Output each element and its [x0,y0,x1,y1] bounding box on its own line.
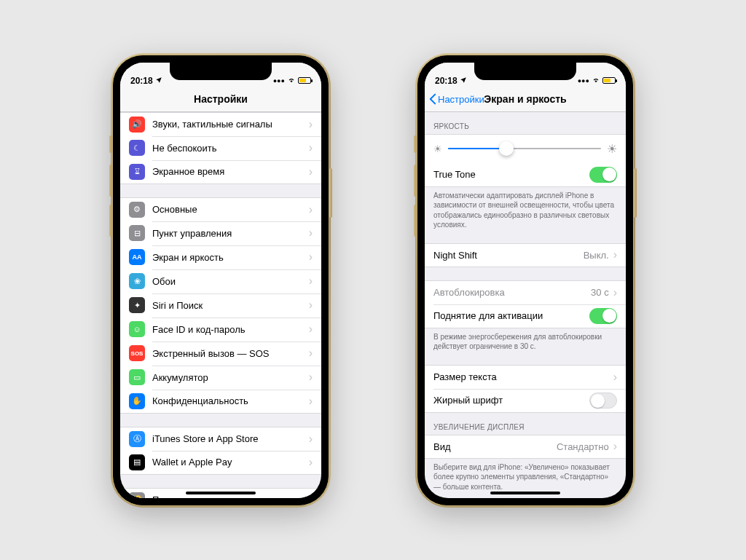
section-header-zoom: УВЕЛИЧЕНИЕ ДИСПЛЕЯ [425,413,626,435]
zoom-footer: Выберите вид для iPhone: «Увеличено» пок… [425,459,626,492]
battery-icon [298,77,311,84]
wallet-icon: ▤ [129,454,145,470]
chevron-right-icon: › [309,395,313,408]
settings-row-display[interactable]: AAЭкран и яркость› [120,245,321,269]
nightshift-value: Выкл. [584,250,609,261]
view-label: Вид [433,441,557,452]
wallpaper-icon: ❀ [129,273,145,289]
brightness-slider-row: ☀︎ ☀︎ [425,134,626,163]
row-label: Экстренный вызов — SOS [152,348,309,359]
chevron-right-icon: › [309,141,313,154]
raise-toggle[interactable] [589,308,617,324]
view-value: Стандартно [557,441,609,452]
section-header-brightness: ЯРКОСТЬ [425,112,626,134]
location-icon [460,76,467,86]
row-raise-to-wake[interactable]: Поднятие для активации [425,304,626,328]
row-label: Конфиденциальность [152,395,309,406]
chevron-right-icon: › [613,371,617,384]
nav-bar: Настройки Экран и яркость [425,87,626,112]
appstore-icon: Ⓐ [129,431,145,447]
settings-row-sounds[interactable]: 🔊Звуки, тактильные сигналы› [120,112,321,136]
truetone-footer: Автоматически адаптировать дисплей iPhon… [425,187,626,230]
privacy-icon: ✋ [129,393,145,409]
bold-toggle[interactable] [589,393,617,409]
autolock-footer: В режиме энергосбережения для автоблокир… [425,328,626,352]
sos-icon: SOS [129,345,145,361]
chevron-right-icon: › [309,165,313,178]
chevron-right-icon: › [309,251,313,264]
row-label: iTunes Store и App Store [152,433,309,444]
settings-row-appstore[interactable]: ⒶiTunes Store и App Store› [120,427,321,451]
chevron-right-icon: › [309,226,313,240]
brightness-slider[interactable] [448,148,601,149]
chevron-right-icon: › [309,275,313,288]
sounds-icon: 🔊 [129,117,145,133]
row-nightshift[interactable]: Night Shift Выкл. › [425,243,626,267]
autolock-value: 30 с [591,287,609,298]
settings-row-wallpaper[interactable]: ❀Обои› [120,269,321,293]
display-settings[interactable]: ЯРКОСТЬ ☀︎ ☀︎ True Tone Автоматически ад… [425,112,626,498]
row-label: Face ID и код-пароль [152,324,309,335]
truetone-toggle[interactable] [589,167,617,183]
settings-row-wallet[interactable]: ▤Wallet и Apple Pay› [120,451,321,475]
display-icon: AA [129,249,145,265]
screentime-icon: ⌛︎ [129,164,145,180]
settings-row-dnd[interactable]: ☾Не беспокоить› [120,136,321,160]
wifi-icon [287,76,296,86]
battery-icon: ▭ [129,369,145,385]
settings-row-siri[interactable]: ✦Siri и Поиск› [120,293,321,318]
chevron-right-icon: › [309,347,313,360]
chevron-right-icon: › [613,286,617,299]
faceid-icon: ☺︎ [129,321,145,337]
chevron-right-icon: › [613,248,617,261]
row-text-size[interactable]: Размер текста › [425,365,626,389]
chevron-right-icon: › [309,371,313,384]
status-time: 20:18 [435,76,458,86]
chevron-right-icon: › [309,323,313,336]
sun-low-icon: ☀︎ [433,143,442,154]
dnd-icon: ☾ [129,140,145,156]
cellular-icon: ●●● [273,77,285,84]
chevron-right-icon: › [309,118,313,131]
settings-row-privacy[interactable]: ✋Конфиденциальность› [120,390,321,414]
row-label: Siri и Поиск [152,300,309,311]
notch [474,63,576,80]
row-view[interactable]: Вид Стандартно › [425,435,626,459]
row-label: Основные [152,204,309,215]
page-title: Экран и яркость [484,93,566,105]
settings-row-general[interactable]: ⚙︎Основные› [120,197,321,221]
row-label: Wallet и Apple Pay [152,457,309,468]
nav-bar: Настройки [120,87,321,112]
chevron-right-icon: › [309,433,313,446]
settings-row-screentime[interactable]: ⌛︎Экранное время› [120,160,321,184]
row-truetone[interactable]: True Tone [425,163,626,187]
row-bold-text[interactable]: Жирный шрифт [425,389,626,413]
row-label: Экранное время [152,166,309,177]
home-indicator[interactable] [490,492,560,494]
settings-list[interactable]: 🔊Звуки, тактильные сигналы›☾Не беспокоит… [120,112,321,498]
chevron-right-icon: › [309,494,313,498]
textsize-label: Размер текста [433,371,613,382]
settings-row-sos[interactable]: SOSЭкстренный вызов — SOS› [120,342,321,366]
wifi-icon [592,76,600,86]
chevron-right-icon: › [309,456,313,469]
back-label: Настройки [438,94,484,105]
settings-row-control[interactable]: ⊟Пункт управления› [120,221,321,245]
settings-row-battery[interactable]: ▭Аккумулятор› [120,366,321,390]
row-autolock[interactable]: Автоблокировка 30 с › [425,280,626,304]
cellular-icon: ●●● [578,77,589,84]
row-label: Аккумулятор [152,372,309,383]
back-button[interactable]: Настройки [429,93,484,105]
bold-label: Жирный шрифт [433,395,589,406]
chevron-right-icon: › [309,203,313,216]
notch [170,63,272,80]
home-indicator[interactable] [186,492,256,494]
settings-row-faceid[interactable]: ☺︎Face ID и код-пароль› [120,318,321,342]
siri-icon: ✦ [129,297,145,313]
control-icon: ⊟ [129,225,145,241]
nightshift-label: Night Shift [433,250,584,261]
battery-icon [602,77,616,84]
row-label: Экран и яркость [152,252,309,263]
row-label: Пароли и учетные записи [152,494,309,498]
row-label: Не беспокоить [152,143,309,154]
